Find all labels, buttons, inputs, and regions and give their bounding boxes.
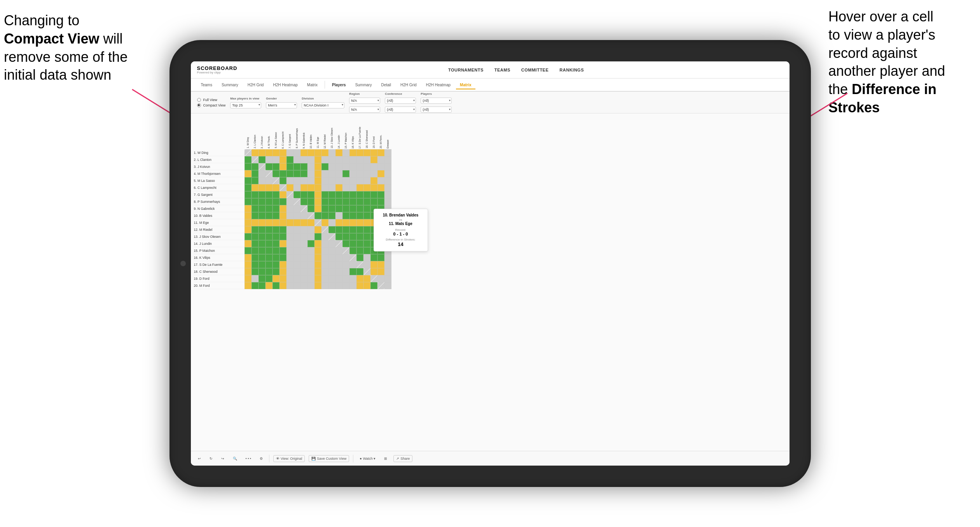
grid-cell[interactable]: [259, 247, 266, 254]
grid-cell[interactable]: [349, 254, 356, 261]
grid-cell[interactable]: [370, 177, 377, 184]
compact-view-option[interactable]: Compact View: [197, 103, 226, 107]
grid-cell[interactable]: [280, 156, 286, 163]
grid-cell[interactable]: [328, 254, 335, 261]
grid-cell[interactable]: [349, 163, 356, 170]
grid-cell[interactable]: [273, 156, 280, 163]
grid-cell[interactable]: [259, 184, 266, 191]
grid-cell[interactable]: [342, 254, 349, 261]
grid-cell[interactable]: [321, 268, 328, 275]
grid-cell[interactable]: [280, 191, 286, 198]
grid-cell[interactable]: [370, 261, 377, 268]
grid-cell[interactable]: [342, 226, 349, 233]
grid-cell[interactable]: [252, 275, 259, 282]
grid-cell[interactable]: [335, 261, 342, 268]
grid-cell[interactable]: [245, 233, 252, 240]
share-btn[interactable]: ↗ Share: [393, 455, 412, 462]
grid-cell[interactable]: [321, 240, 328, 247]
grid-cell[interactable]: [266, 191, 273, 198]
grid-cell[interactable]: [286, 170, 293, 177]
grid-cell[interactable]: [300, 268, 307, 275]
grid-cell[interactable]: [335, 219, 342, 226]
grid-cell[interactable]: [273, 219, 280, 226]
view-original-btn[interactable]: 👁 View: Original: [273, 455, 305, 462]
grid-cell[interactable]: [328, 163, 335, 170]
region-select-wrapper[interactable]: N/A: [349, 96, 380, 104]
grid-cell[interactable]: [377, 275, 384, 282]
grid-cell[interactable]: [293, 254, 300, 261]
grid-cell[interactable]: [300, 177, 307, 184]
grid-cell[interactable]: [286, 254, 293, 261]
grid-cell[interactable]: [252, 247, 259, 254]
players-select-wrapper[interactable]: (All): [421, 96, 452, 104]
grid-cell[interactable]: [342, 198, 349, 205]
grid-cell[interactable]: [314, 177, 321, 184]
grid-cell[interactable]: [384, 177, 391, 184]
watch-btn[interactable]: ● Watch ▾: [357, 455, 378, 462]
grid-cell[interactable]: [328, 226, 335, 233]
grid-cell[interactable]: [286, 184, 293, 191]
grid-cell[interactable]: [356, 254, 363, 261]
grid-cell[interactable]: [286, 275, 293, 282]
grid-cell[interactable]: [377, 170, 384, 177]
grid-cell[interactable]: [259, 275, 266, 282]
grid-cell[interactable]: [300, 149, 307, 156]
grid-cell[interactable]: [370, 268, 377, 275]
grid-cell[interactable]: [370, 149, 377, 156]
grid-cell[interactable]: [266, 212, 273, 219]
grid-cell[interactable]: [342, 205, 349, 212]
grid-cell[interactable]: [356, 268, 363, 275]
grid-cell[interactable]: [307, 184, 314, 191]
settings-btn[interactable]: ⚙: [257, 455, 265, 462]
grid-cell[interactable]: [307, 247, 314, 254]
grid-cell[interactable]: [356, 149, 363, 156]
grid-cell[interactable]: [293, 205, 300, 212]
sub-nav-h2h-grid[interactable]: H2H Grid: [244, 81, 268, 89]
grid-cell[interactable]: [280, 205, 286, 212]
grid-cell[interactable]: [245, 198, 252, 205]
sub-nav-players-summary[interactable]: Summary: [351, 81, 376, 89]
redo2-btn[interactable]: ↪: [219, 455, 227, 462]
grid-cell[interactable]: [328, 261, 335, 268]
grid-cell[interactable]: [300, 184, 307, 191]
zoom-btn[interactable]: 🔍: [231, 455, 239, 462]
grid-cell[interactable]: [252, 219, 259, 226]
grid-cell[interactable]: [280, 247, 286, 254]
grid-cell[interactable]: [273, 205, 280, 212]
grid-cell[interactable]: [245, 275, 252, 282]
grid-cell[interactable]: [293, 163, 300, 170]
grid-cell[interactable]: [273, 184, 280, 191]
grid-cell[interactable]: [259, 254, 266, 261]
grid-cell[interactable]: [314, 261, 321, 268]
grid-cell[interactable]: [321, 205, 328, 212]
grid-cell[interactable]: [286, 226, 293, 233]
grid-cell[interactable]: [300, 156, 307, 163]
grid-cell[interactable]: [286, 212, 293, 219]
grid-cell[interactable]: [300, 191, 307, 198]
grid-cell[interactable]: [321, 170, 328, 177]
grid-cell[interactable]: [300, 226, 307, 233]
grid-cell[interactable]: [300, 170, 307, 177]
grid-cell[interactable]: [252, 261, 259, 268]
grid-cell[interactable]: [245, 205, 252, 212]
grid-cell[interactable]: [307, 261, 314, 268]
grid-cell[interactable]: [259, 261, 266, 268]
grid-cell[interactable]: [286, 268, 293, 275]
grid-cell[interactable]: [252, 177, 259, 184]
sub-nav-teams[interactable]: Teams: [197, 81, 216, 89]
grid-cell[interactable]: [328, 205, 335, 212]
grid-cell[interactable]: [252, 149, 259, 156]
nav-rankings[interactable]: RANKINGS: [559, 68, 584, 72]
grid-cell[interactable]: [363, 156, 370, 163]
grid-cell[interactable]: [363, 198, 370, 205]
grid-cell[interactable]: [377, 261, 384, 268]
grid-cell[interactable]: [370, 156, 377, 163]
grid-cell[interactable]: [314, 275, 321, 282]
grid-cell[interactable]: [363, 233, 370, 240]
grid-cell[interactable]: [245, 156, 252, 163]
grid-cell[interactable]: [266, 240, 273, 247]
grid-cell[interactable]: [286, 261, 293, 268]
grid-cell[interactable]: [363, 247, 370, 254]
grid-cell[interactable]: [307, 212, 314, 219]
grid-cell[interactable]: [259, 191, 266, 198]
